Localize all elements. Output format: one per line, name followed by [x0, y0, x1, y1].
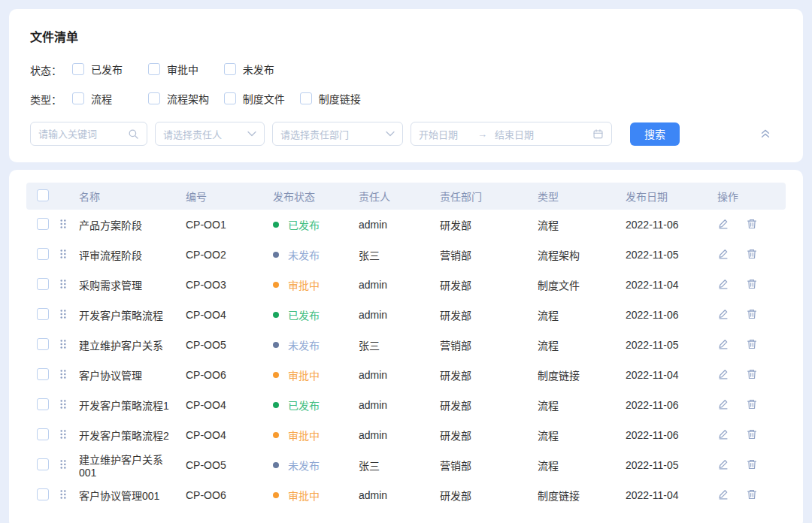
select-all-header-cell [26, 183, 56, 210]
delete-icon[interactable] [746, 278, 758, 290]
filter-checkbox-item[interactable]: 流程架构 [148, 91, 221, 106]
date-cell: 2022-11-04 [623, 480, 714, 510]
edit-icon[interactable] [717, 428, 729, 440]
date-cell: 2022-11-05 [623, 240, 714, 270]
date-cell: 2022-11-05 [623, 450, 714, 480]
code-cell: CP-OO1 [183, 210, 270, 240]
status-text: 审批中 [288, 280, 320, 292]
drag-handle-icon[interactable] [59, 489, 67, 500]
checkbox[interactable] [148, 92, 160, 104]
date-range-picker[interactable]: 开始日期 → 结束日期 [411, 122, 612, 146]
double-chevron-up-icon[interactable] [759, 128, 771, 140]
row-checkbox[interactable] [37, 218, 49, 230]
delete-icon[interactable] [746, 428, 758, 440]
dept-select[interactable]: 请选择责任部门 [272, 122, 403, 146]
row-checkbox[interactable] [37, 458, 49, 470]
table-row: 开发客户策略流程2 CP-OO4 审批中 admin 研发部 流程 2022-1… [26, 420, 786, 450]
row-checkbox[interactable] [37, 398, 49, 410]
row-handle-cell [56, 390, 76, 420]
table-row: 客户协议管理 CP-OO6 审批中 admin 研发部 制度链接 2022-11… [26, 360, 786, 390]
edit-icon[interactable] [717, 368, 729, 380]
checkbox[interactable] [224, 92, 236, 104]
owner-select[interactable]: 请选择责任人 [155, 122, 265, 146]
status-dot-icon [273, 282, 279, 288]
code-cell: CP-OO4 [183, 390, 270, 420]
table-row: 客户协议管理001 CP-OO6 审批中 admin 研发部 制度链接 2022… [26, 480, 786, 510]
column-header: 发布状态 [270, 183, 356, 210]
status-text: 审批中 [288, 490, 320, 502]
column-header: 责任人 [356, 183, 437, 210]
drag-handle-icon[interactable] [59, 429, 67, 440]
status-cell: 审批中 [270, 480, 356, 510]
filter-checkbox-item[interactable]: 流程 [72, 91, 145, 106]
edit-icon[interactable] [717, 218, 729, 230]
date-cell: 2022-11-06 [623, 420, 714, 450]
owner-cell: admin [356, 390, 437, 420]
drag-handle-icon[interactable] [59, 399, 67, 410]
edit-icon[interactable] [717, 278, 729, 290]
actions-cell [714, 270, 786, 300]
file-list-table: 名称编号发布状态责任人责任部门类型发布日期操作 产品方案阶段 CP-OO1 已发… [26, 183, 786, 510]
drag-handle-icon[interactable] [59, 339, 67, 349]
row-select-cell [26, 270, 56, 300]
row-checkbox[interactable] [37, 368, 49, 380]
edit-icon[interactable] [717, 308, 729, 320]
delete-icon[interactable] [746, 458, 758, 470]
keyword-input[interactable] [38, 128, 128, 140]
row-checkbox[interactable] [37, 248, 49, 260]
delete-icon[interactable] [746, 398, 758, 410]
checkbox[interactable] [148, 63, 160, 75]
status-text: 未发布 [288, 249, 320, 262]
code-cell: CP-OO2 [183, 240, 270, 270]
edit-icon[interactable] [717, 248, 729, 260]
checkbox[interactable] [300, 92, 312, 104]
checkbox[interactable] [224, 63, 236, 75]
filter-checkbox-item[interactable]: 制度链接 [300, 91, 373, 106]
delete-icon[interactable] [746, 308, 758, 320]
row-checkbox[interactable] [37, 488, 49, 500]
dept-cell: 营销部 [437, 450, 535, 480]
filter-checkbox-item[interactable]: 制度文件 [224, 91, 297, 106]
select-all-checkbox[interactable] [37, 189, 49, 201]
owner-select-placeholder: 请选择责任人 [163, 127, 247, 141]
filter-checkbox-item[interactable]: 审批中 [148, 62, 221, 77]
delete-icon[interactable] [746, 488, 758, 500]
row-checkbox[interactable] [37, 308, 49, 320]
actions-cell [714, 480, 786, 510]
drag-handle-icon[interactable] [59, 279, 67, 289]
drag-handle-icon[interactable] [59, 309, 67, 319]
row-handle-cell [56, 240, 76, 270]
drag-handle-icon[interactable] [59, 459, 67, 470]
delete-icon[interactable] [746, 248, 758, 260]
drag-handle-icon[interactable] [59, 369, 67, 379]
drag-handle-icon[interactable] [59, 249, 67, 259]
edit-icon[interactable] [717, 488, 729, 500]
status-cell: 审批中 [270, 360, 356, 390]
checkbox[interactable] [72, 63, 84, 75]
delete-icon[interactable] [746, 368, 758, 380]
type-cell: 流程架构 [535, 240, 623, 270]
checkbox-label: 制度链接 [319, 91, 361, 106]
row-checkbox[interactable] [37, 278, 49, 290]
search-button[interactable]: 搜索 [630, 122, 680, 146]
delete-icon[interactable] [746, 338, 758, 350]
row-checkbox[interactable] [37, 338, 49, 350]
filter-checkbox-item[interactable]: 未发布 [224, 62, 297, 77]
delete-icon[interactable] [746, 218, 758, 230]
name-cell: 开发客户策略流程 [76, 300, 183, 330]
date-cell: 2022-11-04 [623, 270, 714, 300]
checkbox-label: 流程 [91, 91, 112, 106]
date-cell: 2022-11-05 [623, 330, 714, 360]
edit-icon[interactable] [717, 338, 729, 350]
filter-checkbox-item[interactable]: 已发布 [72, 62, 145, 77]
row-checkbox[interactable] [37, 428, 49, 440]
actions-cell [714, 210, 786, 240]
name-cell: 开发客户策略流程2 [76, 420, 183, 450]
actions-cell [714, 420, 786, 450]
edit-icon[interactable] [717, 398, 729, 410]
keyword-search-field[interactable] [30, 122, 147, 146]
status-cell: 已发布 [270, 390, 356, 420]
checkbox[interactable] [72, 92, 84, 104]
edit-icon[interactable] [717, 458, 729, 470]
drag-handle-icon[interactable] [59, 219, 67, 229]
